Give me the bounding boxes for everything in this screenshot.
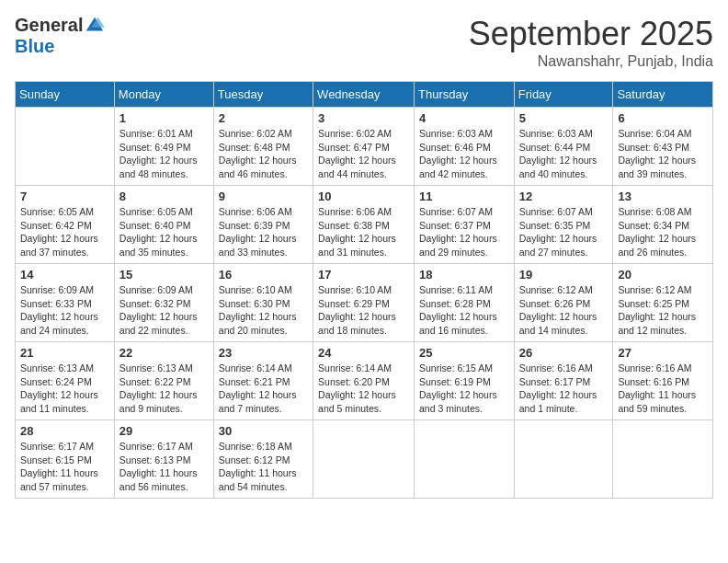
day-info: Sunrise: 6:17 AMSunset: 6:13 PMDaylight:… <box>119 440 209 494</box>
calendar-cell: 14Sunrise: 6:09 AMSunset: 6:33 PMDayligh… <box>16 264 115 342</box>
day-info: Sunrise: 6:02 AMSunset: 6:47 PMDaylight:… <box>318 127 409 181</box>
logo-general-text: General <box>15 15 83 36</box>
day-info: Sunrise: 6:08 AMSunset: 6:34 PMDaylight:… <box>618 205 708 259</box>
header-monday: Monday <box>114 82 213 108</box>
day-info: Sunrise: 6:03 AMSunset: 6:46 PMDaylight:… <box>419 127 509 181</box>
day-number: 26 <box>519 346 609 360</box>
calendar-cell: 13Sunrise: 6:08 AMSunset: 6:34 PMDayligh… <box>613 186 713 264</box>
calendar-cell: 21Sunrise: 6:13 AMSunset: 6:24 PMDayligh… <box>16 342 115 420</box>
day-number: 14 <box>20 268 109 282</box>
calendar-cell: 24Sunrise: 6:14 AMSunset: 6:20 PMDayligh… <box>313 342 415 420</box>
calendar-cell: 19Sunrise: 6:12 AMSunset: 6:26 PMDayligh… <box>514 264 613 342</box>
header-friday: Friday <box>514 82 613 108</box>
day-number: 16 <box>219 268 308 282</box>
day-number: 5 <box>519 111 609 125</box>
day-number: 22 <box>119 346 209 360</box>
calendar-cell: 30Sunrise: 6:18 AMSunset: 6:12 PMDayligh… <box>213 420 313 499</box>
header-sunday: Sunday <box>16 82 115 108</box>
day-number: 13 <box>618 190 708 203</box>
day-info: Sunrise: 6:07 AMSunset: 6:37 PMDaylight:… <box>419 205 509 259</box>
day-number: 8 <box>119 190 209 203</box>
calendar-cell: 16Sunrise: 6:10 AMSunset: 6:30 PMDayligh… <box>213 264 313 342</box>
day-number: 7 <box>20 190 109 203</box>
calendar-cell: 29Sunrise: 6:17 AMSunset: 6:13 PMDayligh… <box>114 420 213 499</box>
calendar-cell: 5Sunrise: 6:03 AMSunset: 6:44 PMDaylight… <box>514 108 613 186</box>
day-info: Sunrise: 6:17 AMSunset: 6:15 PMDaylight:… <box>20 440 109 494</box>
day-info: Sunrise: 6:12 AMSunset: 6:26 PMDaylight:… <box>519 283 609 338</box>
logo-icon <box>85 16 105 36</box>
calendar-cell: 20Sunrise: 6:12 AMSunset: 6:25 PMDayligh… <box>613 264 713 342</box>
day-info: Sunrise: 6:03 AMSunset: 6:44 PMDaylight:… <box>519 127 609 181</box>
calendar-cell: 15Sunrise: 6:09 AMSunset: 6:32 PMDayligh… <box>114 264 213 342</box>
day-info: Sunrise: 6:06 AMSunset: 6:38 PMDaylight:… <box>318 205 409 259</box>
day-number: 28 <box>20 424 109 438</box>
day-number: 30 <box>219 424 308 438</box>
day-info: Sunrise: 6:16 AMSunset: 6:17 PMDaylight:… <box>519 362 609 416</box>
day-info: Sunrise: 6:13 AMSunset: 6:22 PMDaylight:… <box>119 362 209 416</box>
day-info: Sunrise: 6:12 AMSunset: 6:25 PMDaylight:… <box>618 283 708 338</box>
day-info: Sunrise: 6:11 AMSunset: 6:28 PMDaylight:… <box>419 283 509 338</box>
calendar-cell: 26Sunrise: 6:16 AMSunset: 6:17 PMDayligh… <box>514 342 613 420</box>
calendar-cell: 2Sunrise: 6:02 AMSunset: 6:48 PMDaylight… <box>213 108 313 186</box>
day-number: 11 <box>419 190 509 203</box>
day-info: Sunrise: 6:15 AMSunset: 6:19 PMDaylight:… <box>419 362 509 416</box>
calendar-cell: 8Sunrise: 6:05 AMSunset: 6:40 PMDaylight… <box>114 186 213 264</box>
day-info: Sunrise: 6:18 AMSunset: 6:12 PMDaylight:… <box>219 440 308 494</box>
calendar-cell: 1Sunrise: 6:01 AMSunset: 6:49 PMDaylight… <box>114 108 213 186</box>
day-info: Sunrise: 6:04 AMSunset: 6:43 PMDaylight:… <box>618 127 708 181</box>
day-number: 17 <box>318 268 409 282</box>
calendar-cell: 3Sunrise: 6:02 AMSunset: 6:47 PMDaylight… <box>313 108 415 186</box>
calendar-cell: 7Sunrise: 6:05 AMSunset: 6:42 PMDaylight… <box>16 186 115 264</box>
day-info: Sunrise: 6:14 AMSunset: 6:20 PMDaylight:… <box>318 362 409 416</box>
week-row-1: 7Sunrise: 6:05 AMSunset: 6:42 PMDaylight… <box>16 186 713 264</box>
header-wednesday: Wednesday <box>313 82 415 108</box>
day-info: Sunrise: 6:09 AMSunset: 6:33 PMDaylight:… <box>20 283 109 338</box>
day-info: Sunrise: 6:10 AMSunset: 6:29 PMDaylight:… <box>318 283 409 338</box>
week-row-0: 1Sunrise: 6:01 AMSunset: 6:49 PMDaylight… <box>16 108 713 186</box>
day-info: Sunrise: 6:09 AMSunset: 6:32 PMDaylight:… <box>119 283 209 338</box>
header-thursday: Thursday <box>415 82 515 108</box>
day-number: 18 <box>419 268 509 282</box>
day-number: 15 <box>119 268 209 282</box>
header-saturday: Saturday <box>613 82 713 108</box>
day-info: Sunrise: 6:02 AMSunset: 6:48 PMDaylight:… <box>219 127 308 181</box>
calendar-cell: 28Sunrise: 6:17 AMSunset: 6:15 PMDayligh… <box>16 420 115 499</box>
day-info: Sunrise: 6:13 AMSunset: 6:24 PMDaylight:… <box>20 362 109 416</box>
day-number: 25 <box>419 346 509 360</box>
header-tuesday: Tuesday <box>213 82 313 108</box>
day-number: 21 <box>20 346 109 360</box>
calendar-cell: 17Sunrise: 6:10 AMSunset: 6:29 PMDayligh… <box>313 264 415 342</box>
calendar-cell: 27Sunrise: 6:16 AMSunset: 6:16 PMDayligh… <box>613 342 713 420</box>
day-number: 20 <box>618 268 708 282</box>
title-area: September 2025 Nawanshahr, Punjab, India <box>469 15 713 70</box>
week-row-3: 21Sunrise: 6:13 AMSunset: 6:24 PMDayligh… <box>16 342 713 420</box>
calendar-cell: 18Sunrise: 6:11 AMSunset: 6:28 PMDayligh… <box>415 264 515 342</box>
location-title: Nawanshahr, Punjab, India <box>469 53 713 70</box>
calendar-cell: 6Sunrise: 6:04 AMSunset: 6:43 PMDaylight… <box>613 108 713 186</box>
week-row-4: 28Sunrise: 6:17 AMSunset: 6:15 PMDayligh… <box>16 420 713 499</box>
day-number: 19 <box>519 268 609 282</box>
day-number: 2 <box>219 111 308 125</box>
logo: General Blue <box>15 15 105 57</box>
calendar-cell <box>415 420 515 499</box>
day-number: 24 <box>318 346 409 360</box>
calendar-cell: 22Sunrise: 6:13 AMSunset: 6:22 PMDayligh… <box>114 342 213 420</box>
logo-blue-text: Blue <box>15 36 54 57</box>
day-info: Sunrise: 6:05 AMSunset: 6:42 PMDaylight:… <box>20 205 109 259</box>
calendar-cell: 9Sunrise: 6:06 AMSunset: 6:39 PMDaylight… <box>213 186 313 264</box>
calendar-cell <box>514 420 613 499</box>
day-info: Sunrise: 6:07 AMSunset: 6:35 PMDaylight:… <box>519 205 609 259</box>
calendar-cell: 12Sunrise: 6:07 AMSunset: 6:35 PMDayligh… <box>514 186 613 264</box>
day-info: Sunrise: 6:14 AMSunset: 6:21 PMDaylight:… <box>219 362 308 416</box>
day-number: 12 <box>519 190 609 203</box>
day-number: 10 <box>318 190 409 203</box>
day-info: Sunrise: 6:01 AMSunset: 6:49 PMDaylight:… <box>119 127 209 181</box>
day-number: 9 <box>219 190 308 203</box>
day-number: 1 <box>119 111 209 125</box>
calendar-table: SundayMondayTuesdayWednesdayThursdayFrid… <box>15 81 713 499</box>
calendar-cell: 11Sunrise: 6:07 AMSunset: 6:37 PMDayligh… <box>415 186 515 264</box>
calendar-cell: 23Sunrise: 6:14 AMSunset: 6:21 PMDayligh… <box>213 342 313 420</box>
week-row-2: 14Sunrise: 6:09 AMSunset: 6:33 PMDayligh… <box>16 264 713 342</box>
calendar-cell: 25Sunrise: 6:15 AMSunset: 6:19 PMDayligh… <box>415 342 515 420</box>
day-number: 4 <box>419 111 509 125</box>
